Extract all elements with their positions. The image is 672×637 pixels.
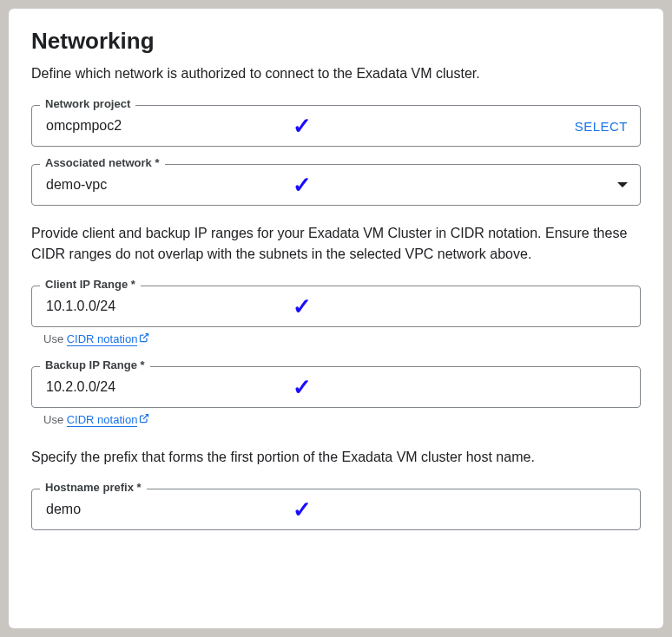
select-button[interactable]: SELECT xyxy=(575,119,628,134)
chevron-down-icon[interactable] xyxy=(617,182,628,187)
client-ip-label: Client IP Range * xyxy=(40,278,141,291)
backup-ip-input[interactable] xyxy=(44,378,270,396)
client-ip-field: Client IP Range * ✓ Use CIDR notation xyxy=(31,286,641,345)
networking-panel: Networking Define which network is autho… xyxy=(9,9,663,628)
svg-line-0 xyxy=(143,334,148,339)
hostname-box[interactable]: ✓ xyxy=(31,489,641,530)
external-link-icon xyxy=(139,332,149,345)
client-ip-box[interactable]: ✓ xyxy=(31,286,641,327)
network-project-field: Network project ✓ SELECT xyxy=(31,105,641,147)
checkmark-icon: ✓ xyxy=(293,374,312,401)
svg-line-1 xyxy=(143,415,148,420)
checkmark-icon: ✓ xyxy=(293,113,312,140)
associated-network-label: Associated network * xyxy=(40,156,165,169)
hostname-intro-text: Specify the prefix that forms the first … xyxy=(31,447,641,468)
page-title: Networking xyxy=(31,28,641,55)
associated-network-input[interactable] xyxy=(44,176,270,194)
network-project-box[interactable]: ✓ SELECT xyxy=(31,105,641,147)
cidr-link[interactable]: CIDR notation xyxy=(67,413,138,427)
associated-network-box[interactable]: ✓ xyxy=(31,164,641,206)
backup-ip-label: Backup IP Range * xyxy=(40,358,150,371)
external-link-icon xyxy=(139,413,149,426)
intro-text: Define which network is authorized to co… xyxy=(31,63,641,84)
cidr-intro-text: Provide client and backup IP ranges for … xyxy=(31,223,641,265)
checkmark-icon: ✓ xyxy=(293,496,312,523)
helper-prefix: Use xyxy=(43,413,67,426)
hostname-input[interactable] xyxy=(44,501,270,518)
backup-ip-field: Backup IP Range * ✓ Use CIDR notation xyxy=(31,366,641,426)
client-ip-helper: Use CIDR notation xyxy=(43,332,641,345)
cidr-link[interactable]: CIDR notation xyxy=(67,332,138,346)
backup-ip-box[interactable]: ✓ xyxy=(31,366,641,408)
network-project-label: Network project xyxy=(40,97,135,110)
helper-prefix: Use xyxy=(43,332,67,345)
checkmark-icon: ✓ xyxy=(293,172,312,199)
checkmark-icon: ✓ xyxy=(293,293,312,320)
client-ip-input[interactable] xyxy=(44,298,270,315)
hostname-field: Hostname prefix * ✓ xyxy=(31,489,641,530)
backup-ip-helper: Use CIDR notation xyxy=(43,413,641,426)
network-project-input[interactable] xyxy=(44,117,270,135)
associated-network-field: Associated network * ✓ xyxy=(31,164,641,206)
hostname-label: Hostname prefix * xyxy=(40,481,147,494)
